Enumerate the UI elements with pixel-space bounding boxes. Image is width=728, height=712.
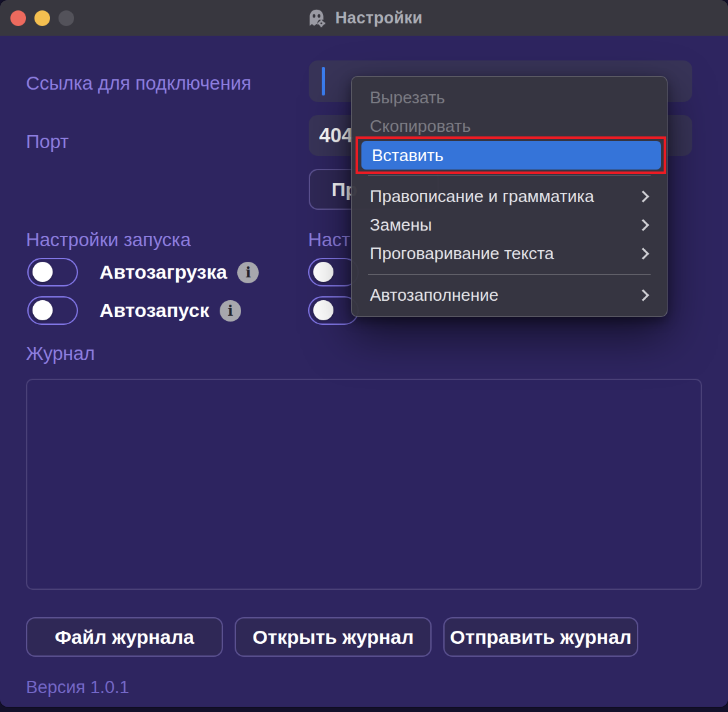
- menu-divider: [368, 274, 651, 275]
- chevron-right-icon: [637, 248, 649, 259]
- right-section-header: Наст: [308, 229, 350, 251]
- traffic-lights: [10, 0, 74, 36]
- window-title: Настройки: [335, 8, 423, 27]
- autoload-toggle[interactable]: [27, 258, 78, 286]
- connection-link-label: Ссылка для подключения: [26, 73, 252, 94]
- toggle-knob: [313, 262, 333, 282]
- text-cursor: [322, 67, 325, 95]
- autoload-label: Автозагрузка: [99, 261, 227, 283]
- autostart-toggle[interactable]: [27, 296, 78, 325]
- settings-content: Ссылка для подключения Порт Пр Настройки…: [0, 36, 728, 707]
- context-menu: Вырезать Скопировать Правописание и грам…: [351, 76, 668, 317]
- minimize-button[interactable]: [34, 10, 50, 26]
- send-journal-button[interactable]: Отправить журнал: [443, 617, 638, 657]
- menu-item-cut: Вырезать: [352, 83, 667, 112]
- menu-item-spelling-grammar[interactable]: Правописание и грамматика: [352, 182, 667, 210]
- info-icon[interactable]: i: [237, 262, 259, 283]
- chevron-right-icon: [637, 219, 649, 231]
- open-journal-button[interactable]: Открыть журнал: [235, 617, 432, 657]
- chevron-right-icon: [637, 190, 649, 202]
- toggle-knob: [313, 300, 333, 320]
- port-label: Порт: [26, 131, 69, 153]
- autostart-label: Автозапуск: [99, 299, 209, 322]
- settings-window: Настройки Ссылка для подключения Порт Пр…: [0, 0, 728, 707]
- autostart-toggle-row: Автозапуск i: [27, 296, 241, 325]
- menu-item-substitutions[interactable]: Замены: [352, 210, 667, 239]
- info-icon[interactable]: i: [220, 300, 241, 322]
- menu-item-copy: Скопировать: [352, 112, 667, 140]
- autoload-toggle-row: Автозагрузка i: [27, 258, 259, 286]
- menu-item-speech[interactable]: Проговаривание текста: [352, 239, 667, 268]
- launch-settings-header: Настройки запуска: [26, 229, 191, 251]
- titlebar: Настройки: [0, 0, 728, 36]
- version-label: Версия 1.0.1: [26, 678, 129, 698]
- journal-file-button[interactable]: Файл журнала: [26, 617, 223, 657]
- chevron-right-icon: [637, 289, 649, 301]
- menu-item-autofill[interactable]: Автозаполнение: [352, 281, 667, 309]
- journal-header: Журнал: [26, 343, 95, 364]
- menu-divider: [368, 175, 651, 176]
- menu-item-paste[interactable]: Вставить: [361, 141, 661, 170]
- toggle-knob: [32, 262, 53, 282]
- close-button[interactable]: [10, 10, 26, 26]
- toggle-knob: [32, 300, 53, 320]
- journal-log-area[interactable]: [26, 379, 702, 590]
- app-ghost-icon: [306, 7, 328, 29]
- zoom-button-disabled: [58, 10, 74, 26]
